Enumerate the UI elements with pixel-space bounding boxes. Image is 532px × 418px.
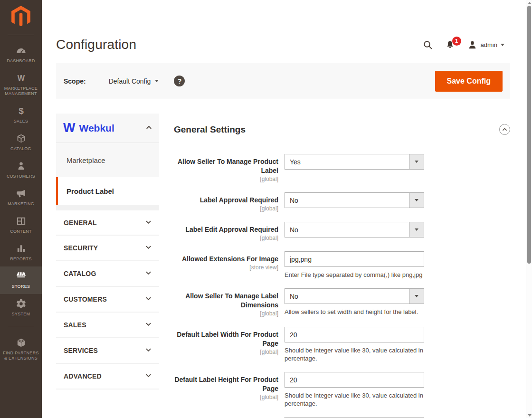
- config-nav-section[interactable]: SERVICES: [56, 338, 159, 364]
- sidebar-item-stores[interactable]: STORES: [0, 266, 42, 294]
- form-field-row: Default Label Width For Product Page [gl…: [174, 327, 510, 362]
- settings-form: General Settings Allow Seller To Manage …: [174, 114, 510, 418]
- field-select[interactable]: No: [285, 192, 424, 208]
- extensions-icon: [1, 337, 40, 348]
- config-nav-item[interactable]: Product Label: [56, 177, 159, 205]
- save-config-button[interactable]: Save Config: [435, 71, 503, 92]
- field-select[interactable]: Yes: [285, 154, 424, 170]
- config-nav-section[interactable]: SALES: [56, 313, 159, 338]
- field-note: Should be integer value like 30, value c…: [285, 391, 441, 408]
- page-title: Configuration: [56, 37, 136, 52]
- sidebar-item-catalog[interactable]: CATALOG: [0, 129, 42, 156]
- sidebar-item-customers[interactable]: CUSTOMERS: [0, 156, 42, 184]
- sidebar-item-system[interactable]: SYSTEM: [0, 294, 42, 322]
- field-scope-hint: [global]: [174, 176, 278, 183]
- field-text-input[interactable]: [285, 251, 424, 267]
- user-icon: [467, 40, 477, 50]
- config-nav-section[interactable]: ADVANCED: [56, 364, 159, 390]
- field-label: Label Edit Approval Required: [174, 225, 278, 234]
- sales-icon: $: [1, 105, 40, 116]
- chevron-down-icon: [145, 321, 152, 329]
- field-scope-hint: [global]: [174, 310, 278, 317]
- sidebar-nav: DASHBOARD W MARKETPLACE MANAGEMENT $ SAL…: [0, 41, 42, 366]
- catalog-icon: [1, 133, 40, 144]
- chevron-down-icon: [145, 269, 152, 278]
- sidebar-item-marketing[interactable]: MARKETING: [0, 184, 42, 211]
- sidebar-item-sales[interactable]: $ SALES: [0, 101, 42, 129]
- collapse-section-button[interactable]: [499, 124, 510, 135]
- content-icon: [1, 216, 40, 227]
- header-actions: 1 admin: [423, 40, 510, 50]
- scope-selector[interactable]: Default Config: [109, 77, 159, 85]
- form-field-row: Default Label Height For Product Page [g…: [174, 372, 510, 408]
- sidebar-divider: [8, 35, 34, 35]
- form-field-row: Label Edit Approval Required [global] No: [174, 222, 510, 242]
- config-nav-section[interactable]: GENERAL: [56, 210, 159, 236]
- scrollbar-thumb[interactable]: [527, 6, 531, 264]
- config-nav-item[interactable]: Marketplace: [56, 143, 159, 177]
- field-label: Allow Seller To Manage Label Dimensions: [174, 292, 278, 310]
- field-select[interactable]: No: [285, 222, 424, 238]
- sidebar-item-reports[interactable]: REPORTS: [0, 239, 42, 266]
- notifications-button[interactable]: 1: [445, 40, 455, 50]
- config-nav-panel: W Webkul Marketplace Product Label GENER…: [56, 114, 159, 390]
- content-area: Configuration 1 admin Scope: Default Con…: [42, 0, 532, 418]
- scope-label: Scope:: [64, 77, 86, 85]
- marketplace-icon: W: [1, 73, 40, 84]
- chevron-down-icon: [145, 346, 152, 355]
- chevron-down-icon[interactable]: [409, 154, 424, 169]
- config-nav-section[interactable]: CUSTOMERS: [56, 287, 159, 313]
- search-icon[interactable]: [423, 40, 433, 50]
- page-header: Configuration 1 admin: [56, 37, 510, 52]
- select-value: No: [285, 293, 409, 300]
- webkul-vendor-name: Webkul: [79, 123, 146, 134]
- chevron-down-icon: [501, 44, 504, 46]
- chevron-down-icon[interactable]: [409, 289, 424, 304]
- select-value: No: [285, 226, 409, 234]
- chevron-down-icon[interactable]: [409, 193, 424, 208]
- chevron-down-icon: [145, 244, 152, 252]
- vertical-scrollbar[interactable]: [526, 0, 532, 418]
- config-nav-section[interactable]: SECURITY: [56, 236, 159, 261]
- chevron-down-icon: [145, 372, 152, 380]
- field-label: Label Approval Required: [174, 196, 278, 205]
- field-scope-hint: [global]: [174, 205, 278, 212]
- section-title: General Settings: [174, 124, 246, 135]
- help-icon[interactable]: ?: [174, 76, 185, 86]
- system-icon: [1, 298, 40, 309]
- chevron-up-icon: [146, 124, 152, 133]
- scope-bar: Scope: Default Config ? Save Config: [56, 63, 510, 99]
- select-value: No: [285, 197, 409, 204]
- admin-menu-button[interactable]: admin: [467, 40, 504, 50]
- form-field-row: Allow Seller To Manage Label Dimensions …: [174, 288, 510, 317]
- select-value: Yes: [285, 158, 409, 166]
- chevron-down-icon[interactable]: [409, 222, 424, 237]
- field-label: Default Label Height For Product Page: [174, 375, 278, 393]
- sidebar-item-marketplace-management[interactable]: W MARKETPLACE MANAGEMENT: [0, 68, 42, 101]
- marketing-icon: [1, 188, 40, 199]
- magento-logo[interactable]: [0, 0, 42, 29]
- sidebar-item-content[interactable]: CONTENT: [0, 211, 42, 239]
- admin-sidebar: DASHBOARD W MARKETPLACE MANAGEMENT $ SAL…: [0, 0, 42, 418]
- field-text-input[interactable]: [285, 327, 424, 342]
- chevron-down-icon: [145, 295, 152, 304]
- field-scope-hint: [global]: [174, 349, 278, 356]
- config-nav-section[interactable]: CATALOG: [56, 261, 159, 287]
- field-text-input[interactable]: [285, 372, 424, 388]
- field-select[interactable]: No: [285, 288, 424, 304]
- admin-username: admin: [481, 41, 497, 48]
- svg-text:W: W: [17, 74, 25, 82]
- sidebar-item-dashboard[interactable]: DASHBOARD: [0, 41, 42, 68]
- sidebar-divider: [8, 327, 34, 327]
- nav-gap: [56, 205, 159, 210]
- scrollbar-up-arrow[interactable]: [526, 0, 532, 6]
- sidebar-item-find-partners[interactable]: FIND PARTNERS & EXTENSIONS: [0, 333, 42, 366]
- field-scope-hint: [store view]: [174, 264, 278, 271]
- scrollbar-down-arrow[interactable]: [526, 412, 532, 418]
- magento-admin-app: DASHBOARD W MARKETPLACE MANAGEMENT $ SAL…: [0, 0, 532, 418]
- webkul-section-header[interactable]: W Webkul: [56, 114, 159, 143]
- field-scope-hint: [global]: [174, 235, 278, 242]
- field-scope-hint: [global]: [174, 394, 278, 401]
- customers-icon: [1, 161, 40, 171]
- field-label: Allowed Extensions For Image: [174, 255, 278, 264]
